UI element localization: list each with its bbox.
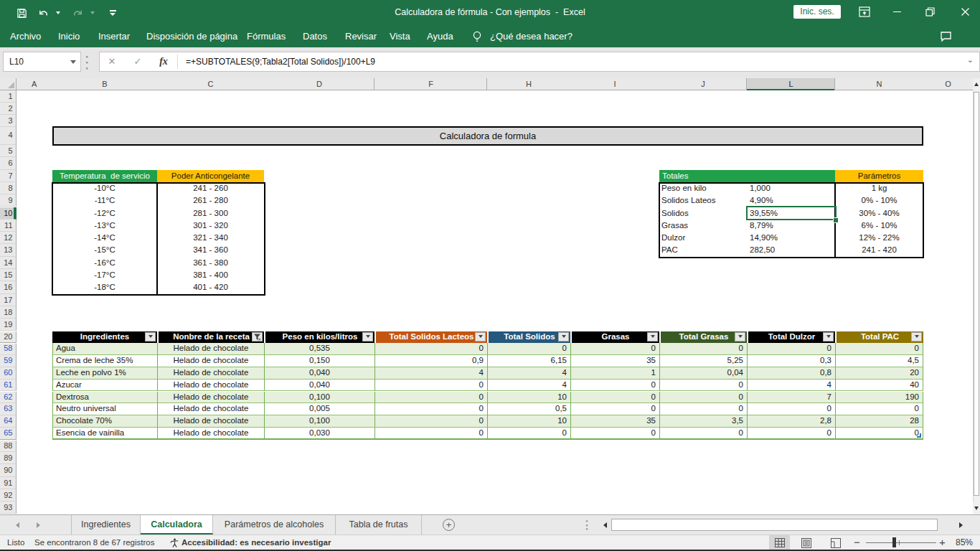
row-header-4[interactable]: 4 bbox=[0, 127, 17, 145]
column-header-l[interactable]: L bbox=[747, 78, 835, 90]
tab-scrollbar-splitter[interactable]: ⦁⦁⦁ bbox=[584, 519, 590, 532]
table-cell[interactable]: 0 bbox=[835, 403, 923, 415]
zoom-slider-track[interactable] bbox=[866, 542, 936, 543]
table-cell[interactable]: 0 bbox=[570, 380, 659, 392]
row-header-89[interactable]: 89 bbox=[0, 452, 17, 464]
totals-value[interactable]: 14,90% bbox=[750, 232, 835, 244]
table-cell[interactable]: Esencia de vainilla bbox=[52, 428, 157, 440]
row-header-10[interactable]: 10 bbox=[0, 207, 17, 220]
select-all-corner[interactable] bbox=[0, 78, 17, 90]
row-header-6[interactable]: 6 bbox=[0, 157, 17, 169]
totals-value[interactable]: 8,79% bbox=[750, 220, 835, 232]
parametros-value[interactable]: 241 - 420 bbox=[835, 244, 923, 256]
parametros-value[interactable]: 12% - 22% bbox=[835, 232, 923, 244]
table-cell[interactable]: Azucar bbox=[52, 380, 157, 392]
table-cell[interactable]: 2,8 bbox=[747, 415, 835, 428]
table-cell[interactable]: 0 bbox=[374, 403, 487, 415]
ribbon-tab-revisar[interactable]: Revisar bbox=[345, 26, 377, 47]
zoom-slider-thumb[interactable] bbox=[892, 537, 896, 547]
row-header-5[interactable]: 5 bbox=[0, 145, 17, 157]
anticongelante-cell[interactable]: 241 - 260 bbox=[157, 182, 264, 194]
table-cell[interactable]: 0 bbox=[747, 403, 835, 415]
table-cell[interactable]: 4 bbox=[374, 367, 487, 380]
temp-cell[interactable]: -18°C bbox=[52, 281, 157, 293]
row-header-18[interactable]: 18 bbox=[0, 306, 17, 319]
restore-button[interactable] bbox=[918, 0, 942, 24]
ribbon-tab-disposici-n-de-p-gina[interactable]: Disposición de página bbox=[146, 26, 237, 47]
temp-cell[interactable]: -13°C bbox=[52, 220, 157, 232]
table-cell[interactable]: 6,15 bbox=[487, 355, 570, 367]
ribbon-tab-ayuda[interactable]: Ayuda bbox=[427, 26, 453, 47]
row-header-60[interactable]: 60 bbox=[0, 367, 17, 380]
row-header-20[interactable]: 20 bbox=[0, 331, 17, 344]
zoom-in-button[interactable]: + bbox=[939, 535, 946, 550]
ribbon-tab-f-rmulas[interactable]: Fórmulas bbox=[247, 26, 286, 47]
table-cell[interactable]: 4,5 bbox=[835, 355, 923, 367]
name-box[interactable]: L10 bbox=[3, 52, 81, 72]
totals-label[interactable]: Peso en kilo bbox=[661, 182, 747, 194]
column-header-n[interactable]: N bbox=[835, 78, 923, 90]
column-header-o[interactable]: O bbox=[923, 78, 973, 90]
table-cell[interactable]: 0,535 bbox=[264, 343, 374, 355]
table-resize-handle[interactable] bbox=[917, 433, 921, 438]
prev-sheet-button[interactable] bbox=[16, 522, 19, 528]
table-cell[interactable]: Helado de chocolate bbox=[157, 415, 264, 428]
table-cell[interactable]: 0,005 bbox=[264, 403, 374, 415]
horizontal-scrollbar-thumb[interactable] bbox=[611, 519, 938, 531]
column-header-a[interactable]: A bbox=[17, 78, 53, 90]
table-cell[interactable]: Helado de chocolate bbox=[157, 367, 264, 380]
table-cell[interactable]: 0,100 bbox=[264, 415, 374, 428]
name-box-dropdown-icon[interactable] bbox=[70, 60, 76, 64]
filter-button-j[interactable] bbox=[735, 332, 745, 342]
table-cell[interactable]: 0,100 bbox=[264, 392, 374, 404]
filter-button-d[interactable] bbox=[362, 332, 373, 342]
row-header-13[interactable]: 13 bbox=[0, 244, 17, 256]
table-cell[interactable]: 0,3 bbox=[747, 355, 835, 367]
ribbon-tab-inicio[interactable]: Inicio bbox=[58, 26, 80, 47]
row-header-11[interactable]: 11 bbox=[0, 220, 17, 232]
ribbon-tab-archivo[interactable]: Archivo bbox=[10, 26, 41, 47]
temp-cell[interactable]: -12°C bbox=[52, 207, 157, 220]
column-header-j[interactable]: J bbox=[659, 78, 747, 90]
anticongelante-cell[interactable]: 301 - 320 bbox=[157, 220, 264, 232]
temp-cell[interactable]: -14°C bbox=[52, 232, 157, 244]
formula-bar-resize-dots[interactable]: ⦁⦁⦁ bbox=[85, 54, 89, 72]
sheet-tab-tabla-de-frutas[interactable]: Tabla de frutas bbox=[336, 515, 422, 534]
table-cell[interactable]: 0 bbox=[374, 392, 487, 404]
temp-cell[interactable]: -15°C bbox=[52, 244, 157, 256]
parametros-value[interactable]: 0% - 10% bbox=[835, 194, 923, 207]
new-sheet-button[interactable]: + bbox=[443, 519, 455, 531]
parametros-value[interactable]: 1 kg bbox=[835, 182, 923, 194]
table-cell[interactable]: Chocolate 70% bbox=[52, 415, 157, 428]
table-cell[interactable]: 4 bbox=[487, 367, 570, 380]
filter-button-i[interactable] bbox=[647, 332, 658, 342]
row-header-59[interactable]: 59 bbox=[0, 355, 17, 367]
table-cell[interactable]: Helado de chocolate bbox=[157, 392, 264, 404]
close-button[interactable] bbox=[951, 0, 979, 24]
zoom-level[interactable]: 85% bbox=[956, 535, 973, 550]
filter-button-f[interactable] bbox=[475, 332, 486, 342]
anticongelante-cell[interactable]: 261 - 280 bbox=[157, 194, 264, 207]
row-header-63[interactable]: 63 bbox=[0, 403, 17, 415]
temp-cell[interactable]: -16°C bbox=[52, 257, 157, 269]
row-header-64[interactable]: 64 bbox=[0, 415, 17, 428]
table-cell[interactable]: 0 bbox=[747, 343, 835, 355]
row-header-2[interactable]: 2 bbox=[0, 103, 17, 115]
table-cell[interactable]: 0 bbox=[747, 428, 835, 440]
column-header-c[interactable]: C bbox=[157, 78, 264, 90]
row-header-17[interactable]: 17 bbox=[0, 294, 17, 306]
formula-input[interactable]: =+SUBTOTALES(9;Tabla2[Total Solidos])/10… bbox=[186, 52, 375, 71]
row-header-16[interactable]: 16 bbox=[0, 281, 17, 293]
table-cell[interactable]: 28 bbox=[835, 415, 923, 428]
table-cell[interactable]: 0,150 bbox=[264, 355, 374, 367]
table-cell[interactable]: 10 bbox=[487, 415, 570, 428]
parametros-value[interactable]: 6% - 10% bbox=[835, 220, 923, 232]
row-header-9[interactable]: 9 bbox=[0, 194, 17, 207]
table-cell[interactable]: 20 bbox=[835, 367, 923, 380]
ribbon-tab-datos[interactable]: Datos bbox=[303, 26, 327, 47]
row-header-91[interactable]: 91 bbox=[0, 477, 17, 489]
filter-button-n[interactable] bbox=[911, 332, 922, 342]
totals-label[interactable]: Solidos bbox=[661, 207, 747, 220]
table-cell[interactable]: Helado de chocolate bbox=[157, 343, 264, 355]
row-header-3[interactable]: 3 bbox=[0, 115, 17, 127]
